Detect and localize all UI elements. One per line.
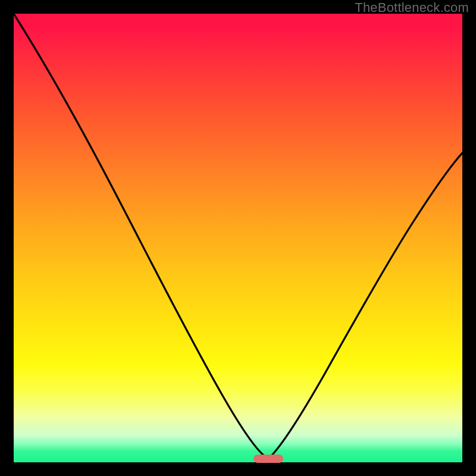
plot-area	[14, 14, 462, 462]
attribution-text: TheBottleneck.com	[355, 0, 469, 15]
bottleneck-curve	[14, 14, 462, 462]
curve-left-branch	[14, 14, 268, 459]
curve-right-branch	[268, 153, 462, 459]
minimum-marker	[253, 455, 283, 463]
